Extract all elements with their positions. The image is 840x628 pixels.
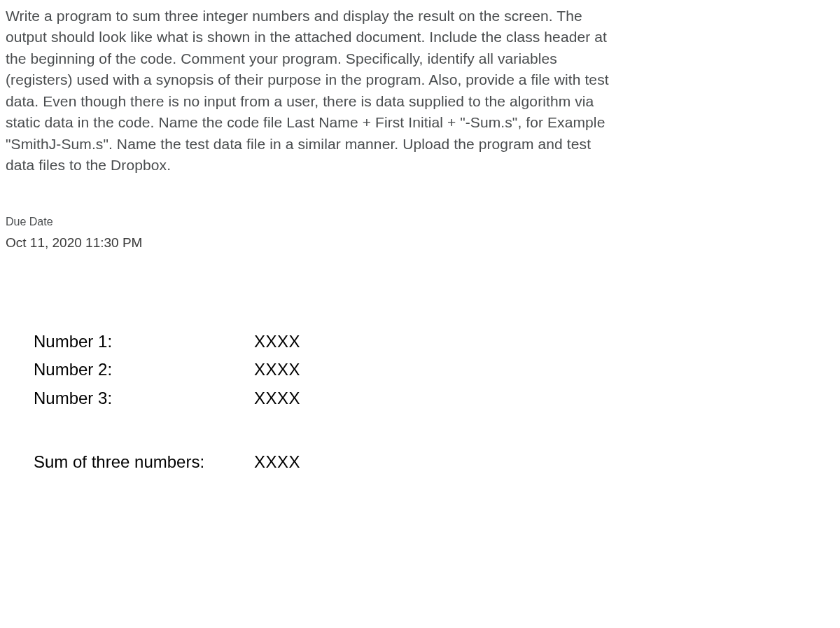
due-date-label: Due Date [6, 216, 834, 228]
assignment-instructions: Write a program to sum three integer num… [6, 6, 622, 176]
due-date-value: Oct 11, 2020 11:30 PM [6, 235, 834, 251]
output-row-label: Number 3: [34, 384, 254, 413]
sample-output-block: Number 1: XXXX Number 2: XXXX Number 3: … [6, 328, 834, 477]
due-date-section: Due Date Oct 11, 2020 11:30 PM [6, 216, 834, 251]
output-row-label: Number 2: [34, 356, 254, 384]
output-row: Number 2: XXXX [34, 356, 834, 384]
output-row: Number 1: XXXX [34, 328, 834, 356]
output-row-label: Number 1: [34, 328, 254, 356]
output-row: Number 3: XXXX [34, 384, 834, 413]
output-row-value: XXXX [254, 384, 300, 413]
output-row-value: XXXX [254, 328, 300, 356]
output-sum-row: Sum of three numbers: XXXX [34, 448, 834, 477]
output-sum-label: Sum of three numbers: [34, 448, 254, 477]
document-body: Write a program to sum three integer num… [0, 0, 840, 477]
output-row-value: XXXX [254, 356, 300, 384]
output-spacer [34, 413, 834, 448]
output-sum-value: XXXX [254, 448, 300, 477]
